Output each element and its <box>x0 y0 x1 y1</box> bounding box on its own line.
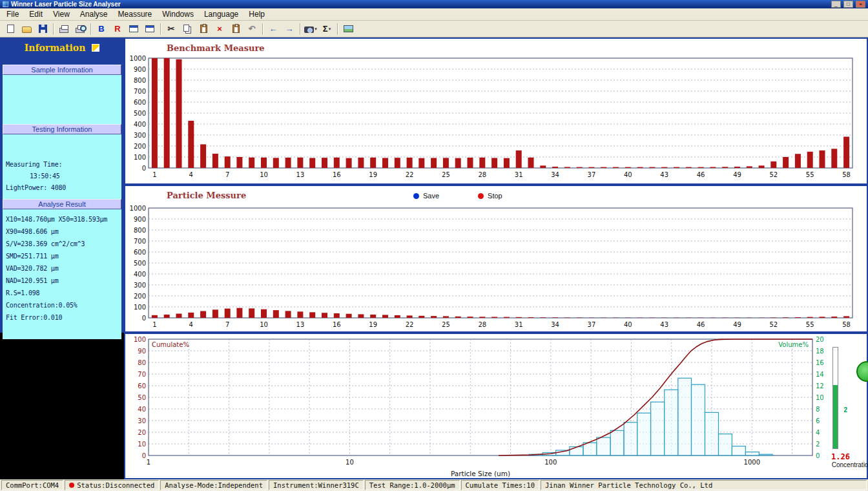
svg-text:7: 7 <box>225 171 229 178</box>
status-segment: Instrument:Winner319C <box>269 480 364 490</box>
menu-item-meassure[interactable]: Meassure <box>113 8 158 20</box>
new-button[interactable] <box>3 22 18 36</box>
print-button[interactable] <box>56 22 72 36</box>
svg-text:1000: 1000 <box>130 55 146 62</box>
svg-text:13: 13 <box>296 171 305 178</box>
print-icon <box>59 28 68 33</box>
paste-special-button[interactable] <box>228 22 243 36</box>
gauge-scale-label: 2 <box>843 406 847 413</box>
concentration-gauge-fill <box>833 385 838 448</box>
back-button[interactable]: ← <box>265 22 281 36</box>
dropdown-arrow-icon[interactable]: ▾ <box>315 26 317 32</box>
legend-save-label: Save <box>423 192 439 200</box>
result-line: S/V=238.369 cm^2/cm^3 <box>3 238 121 250</box>
svg-text:200: 200 <box>134 293 146 300</box>
svg-text:28: 28 <box>478 171 486 178</box>
status-segment: Status:Disconnected <box>65 480 159 490</box>
svg-text:22: 22 <box>406 321 414 328</box>
svg-text:1: 1 <box>147 459 150 466</box>
legend-stop-label: Stop <box>488 192 502 200</box>
svg-text:50: 50 <box>138 394 146 401</box>
svg-text:1: 1 <box>152 321 156 328</box>
legend-item-stop[interactable]: Stop <box>478 192 502 200</box>
svg-text:700: 700 <box>134 88 146 95</box>
window-title: Winner Laser Particle Size Analyser <box>11 1 829 8</box>
svg-text:19: 19 <box>369 321 377 328</box>
bold-button[interactable]: B <box>94 22 109 36</box>
information-icon <box>92 44 99 52</box>
menu-item-view[interactable]: View <box>48 8 75 20</box>
result-line: R.S=1.098 <box>3 287 121 299</box>
particle-chart-title: Particle Messure <box>167 191 246 200</box>
sample-information-button[interactable]: Sample Information <box>3 65 121 75</box>
analyse-result-button[interactable]: Analyse Result <box>3 199 121 209</box>
svg-text:Volume%: Volume% <box>778 341 809 348</box>
legend-item-save[interactable]: Save <box>413 192 439 200</box>
status-indicator-dot <box>69 483 74 488</box>
report-button[interactable]: R <box>110 22 125 36</box>
sigma-button[interactable]: Σ▾ <box>319 22 335 36</box>
svg-text:1: 1 <box>152 171 156 178</box>
result-line: X10=148.760μm X50=318.593μm <box>3 213 121 225</box>
svg-text:37: 37 <box>588 321 596 328</box>
benchmark-measure-panel: Benchmark Measure 0100200300400500600700… <box>124 37 868 185</box>
close-button[interactable]: × <box>856 1 865 8</box>
svg-text:0: 0 <box>142 165 146 172</box>
cut-button[interactable]: ✂ <box>163 22 179 36</box>
measuring-time-value: 13:50:45 <box>3 171 121 182</box>
window-1-button[interactable] <box>126 22 141 36</box>
stop-dot-icon <box>478 193 484 199</box>
svg-text:300: 300 <box>134 132 146 139</box>
new-icon <box>7 25 14 33</box>
svg-text:600: 600 <box>134 249 146 256</box>
save-button[interactable] <box>35 22 50 36</box>
open-button[interactable] <box>19 22 34 36</box>
svg-text:500: 500 <box>134 110 146 117</box>
undo-button[interactable]: ↶ <box>244 22 260 36</box>
delete-button[interactable]: × <box>212 22 227 36</box>
undo-icon: ↶ <box>249 25 256 33</box>
svg-text:34: 34 <box>551 171 559 178</box>
camera-button[interactable]: ▾ <box>303 22 318 36</box>
toolbar-separator <box>337 23 338 35</box>
window-2-button[interactable] <box>142 22 158 36</box>
menu-item-language[interactable]: Language <box>199 8 243 20</box>
indicator-circle-icon <box>856 361 868 382</box>
svg-text:1000: 1000 <box>130 205 146 212</box>
menu-item-edit[interactable]: Edit <box>24 8 48 20</box>
print-preview-button[interactable] <box>72 22 88 36</box>
svg-text:2: 2 <box>816 441 820 448</box>
svg-text:0: 0 <box>142 315 146 322</box>
maximize-button[interactable]: □ <box>843 1 853 8</box>
svg-text:31: 31 <box>515 171 523 178</box>
svg-text:25: 25 <box>442 321 450 328</box>
svg-text:58: 58 <box>842 171 851 178</box>
svg-text:600: 600 <box>134 99 146 106</box>
svg-text:70: 70 <box>138 371 146 378</box>
picture-button[interactable] <box>340 22 356 36</box>
copy-button[interactable] <box>180 22 195 36</box>
dropdown-arrow-icon[interactable]: ▾ <box>329 26 331 32</box>
particle-measure-panel: Particle Messure Save Stop 0100200300400… <box>124 185 868 333</box>
minimize-button[interactable]: _ <box>831 1 841 8</box>
status-segment: CommPort:COM4 <box>1 480 63 490</box>
report-icon: R <box>114 25 120 33</box>
status-bar: CommPort:COM4Status:DisconnectedAnalyse-… <box>0 479 868 491</box>
svg-text:20: 20 <box>138 429 146 436</box>
copy-icon <box>183 25 189 32</box>
svg-text:25: 25 <box>442 171 450 178</box>
svg-text:13: 13 <box>296 321 305 328</box>
menu-item-windows[interactable]: Windows <box>157 8 199 20</box>
forward-button[interactable]: → <box>282 22 297 36</box>
testing-information-button[interactable]: Testing Information <box>3 124 121 134</box>
svg-text:8: 8 <box>816 406 820 413</box>
status-segment: Jinan Winner Particle Technology Co., Lt… <box>541 480 867 490</box>
paste-button[interactable] <box>196 22 211 36</box>
menu-item-file[interactable]: File <box>1 8 24 20</box>
svg-text:55: 55 <box>806 171 814 178</box>
result-line: X90=498.606 μm <box>3 225 121 238</box>
svg-text:4: 4 <box>189 321 193 328</box>
back-icon: ← <box>269 25 278 33</box>
menu-item-help[interactable]: Help <box>243 8 270 20</box>
menu-item-analyse[interactable]: Analyse <box>75 8 113 20</box>
